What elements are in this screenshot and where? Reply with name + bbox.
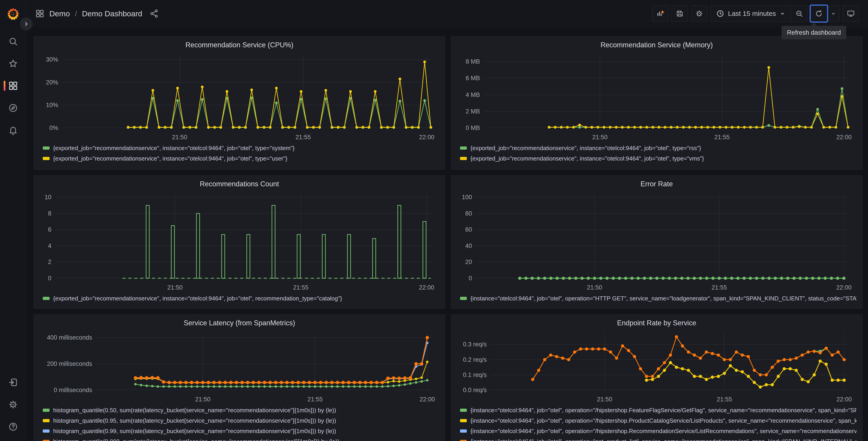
legend-item[interactable]: {exported_job="recommendationservice", i…	[457, 153, 857, 164]
panel-title[interactable]: Error Rate	[457, 178, 857, 190]
series-color-swatch	[460, 297, 467, 300]
sidebar-item-settings[interactable]	[0, 399, 26, 410]
legend-item[interactable]: {instance="otelcol:9464", job="otel", op…	[457, 415, 857, 426]
series-label: histogram_quantile(0.99, sum(rate(latenc…	[53, 428, 336, 435]
series-color-swatch	[43, 146, 50, 150]
svg-text:30%: 30%	[46, 56, 58, 63]
svg-text:21:50: 21:50	[195, 396, 211, 403]
svg-text:60: 60	[465, 226, 472, 233]
svg-text:21:50: 21:50	[167, 284, 183, 291]
breadcrumb-separator: /	[75, 9, 77, 18]
time-series-chart[interactable]: 0 milliseconds200 milliseconds400 millis…	[40, 329, 439, 404]
series-label: histogram_quantile(0.999, sum(rate(laten…	[53, 438, 339, 441]
time-range-picker[interactable]: Last 15 minutes	[711, 6, 791, 22]
panel-title[interactable]: Recommendation Service (CPU%)	[40, 39, 439, 51]
svg-text:20%: 20%	[46, 79, 58, 86]
time-series-chart[interactable]: 02040608010021:5021:5522:00	[457, 190, 857, 292]
dashboard-settings-button[interactable]	[691, 5, 707, 22]
legend: {exported_job="recommendationservice", i…	[40, 143, 439, 164]
zoom-out-icon	[795, 9, 803, 18]
legend-item[interactable]: {instance="otelcol:9464", job="otel", op…	[457, 293, 857, 303]
series-label: {instance="otelcol:9464", job="otel", op…	[470, 428, 857, 435]
sidebar-item-sign-in[interactable]	[0, 377, 26, 388]
sidebar	[0, 0, 26, 441]
svg-text:21:55: 21:55	[293, 284, 308, 291]
svg-text:0.3 req/s: 0.3 req/s	[463, 341, 487, 348]
sidebar-item-help[interactable]	[0, 421, 26, 432]
legend-item[interactable]: {exported_job="recommendationservice", i…	[457, 143, 857, 153]
time-series-chart[interactable]: 0.0 req/s0.1 req/s0.2 req/s0.3 req/s21:5…	[457, 329, 857, 404]
gear-icon	[8, 400, 18, 410]
legend-item[interactable]: {exported_job="recommendationservice", i…	[40, 153, 439, 164]
sidebar-item-starred[interactable]	[0, 58, 26, 69]
series-label: histogram_quantile(0.50, sum(rate(latenc…	[53, 407, 336, 414]
svg-text:0: 0	[469, 275, 472, 282]
svg-text:21:55: 21:55	[296, 134, 311, 141]
svg-text:0%: 0%	[49, 124, 58, 131]
breadcrumb-page[interactable]: Demo Dashboard	[82, 9, 142, 18]
svg-text:22:00: 22:00	[836, 284, 852, 291]
legend-item[interactable]: {exported_job="recommendationservice", i…	[40, 293, 439, 303]
legend: {instance="otelcol:9464", job="otel", op…	[457, 405, 857, 441]
grafana-logo[interactable]	[6, 6, 21, 21]
series-color-swatch	[460, 157, 467, 160]
svg-text:10%: 10%	[46, 101, 58, 109]
gear-icon	[695, 9, 703, 18]
legend-item[interactable]: histogram_quantile(0.95, sum(rate(latenc…	[40, 415, 439, 426]
svg-text:10: 10	[44, 194, 51, 201]
panel-title[interactable]: Recommendations Count	[40, 178, 439, 190]
header: Demo / Demo Dashboard Last 15 minutes	[26, 0, 868, 27]
svg-text:21:50: 21:50	[597, 396, 612, 403]
refresh-interval-dropdown[interactable]	[827, 6, 839, 22]
series-label: {exported_job="recommendationservice", i…	[53, 145, 294, 152]
legend: {exported_job="recommendationservice", i…	[457, 143, 857, 164]
svg-text:400 milliseconds: 400 milliseconds	[47, 334, 92, 341]
legend-item[interactable]: {instance="otelcol:9464", job="otel", op…	[457, 405, 857, 415]
save-dashboard-button[interactable]	[672, 5, 688, 22]
svg-text:80: 80	[465, 210, 472, 217]
sidebar-expand-button[interactable]	[20, 18, 33, 30]
svg-text:0.2 req/s: 0.2 req/s	[463, 356, 487, 363]
svg-text:2: 2	[48, 259, 51, 265]
panel-title[interactable]: Recommendation Service (Memory)	[457, 39, 857, 51]
kiosk-mode-button[interactable]	[843, 5, 859, 22]
series-color-swatch	[43, 430, 50, 433]
sidebar-item-search[interactable]	[0, 36, 26, 47]
sidebar-item-dashboards[interactable]	[0, 81, 26, 91]
series-label: {instance="otelcol:9464", job="otel", op…	[470, 417, 857, 424]
time-controls: Last 15 minutes	[711, 5, 807, 22]
legend: {instance="otelcol:9464", job="otel", op…	[457, 293, 857, 303]
legend-item[interactable]: {instance="otelcol:9464", job="otel", op…	[457, 436, 857, 441]
legend-item[interactable]: histogram_quantile(0.50, sum(rate(latenc…	[40, 405, 439, 415]
dashboards-grid-icon	[8, 81, 18, 91]
time-series-chart[interactable]: 0%10%20%30%21:5021:5522:00	[40, 51, 439, 142]
svg-text:8 MB: 8 MB	[466, 58, 480, 65]
zoom-out-time-button[interactable]	[791, 6, 807, 22]
search-icon	[8, 36, 18, 47]
svg-text:21:55: 21:55	[717, 396, 732, 403]
time-series-chart[interactable]: 0 MB2 MB4 MB6 MB8 MB21:5021:5522:00	[457, 51, 857, 142]
series-label: {exported_job="recommendationservice", i…	[470, 145, 701, 152]
legend-item[interactable]: {instance="otelcol:9464", job="otel", op…	[457, 426, 857, 436]
panel-recommendation-cpu: Recommendation Service (CPU%) 0%10%20%30…	[33, 36, 445, 170]
breadcrumb-section[interactable]: Demo	[49, 9, 70, 18]
series-color-swatch	[43, 297, 50, 300]
panel-title[interactable]: Endpoint Rate by Service	[457, 317, 857, 329]
panel-title[interactable]: Service Latency (from SpanMetrics)	[40, 317, 439, 329]
refresh-controls	[810, 5, 839, 22]
svg-text:21:55: 21:55	[712, 284, 727, 291]
refresh-dashboard-button[interactable]	[811, 6, 827, 22]
legend-item[interactable]: {exported_job="recommendationservice", i…	[40, 143, 439, 153]
sidebar-item-explore[interactable]	[0, 103, 26, 113]
series-color-swatch	[43, 157, 50, 160]
chevron-down-icon	[831, 11, 836, 17]
sidebar-item-alerting[interactable]	[0, 125, 26, 136]
add-panel-button[interactable]	[652, 5, 669, 22]
time-series-chart[interactable]: 024681021:5021:5522:00	[40, 190, 439, 292]
series-color-swatch	[460, 409, 467, 412]
legend-item[interactable]: histogram_quantile(0.999, sum(rate(laten…	[40, 436, 439, 441]
legend-item[interactable]: histogram_quantile(0.99, sum(rate(latenc…	[40, 426, 439, 436]
share-icon[interactable]	[150, 9, 159, 18]
svg-text:8: 8	[48, 210, 51, 217]
svg-text:40: 40	[465, 242, 472, 249]
